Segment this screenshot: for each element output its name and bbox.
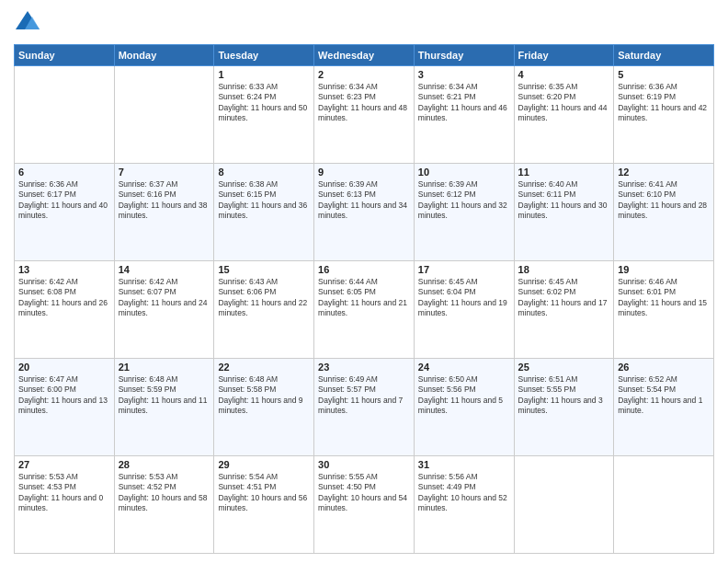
day-number: 30 xyxy=(318,459,410,470)
day-info: Sunrise: 6:42 AMSunset: 6:08 PMDaylight:… xyxy=(18,277,110,319)
header xyxy=(14,9,714,37)
day-info: Sunrise: 6:52 AMSunset: 5:54 PMDaylight:… xyxy=(618,374,710,417)
calendar-cell: 29Sunrise: 5:54 AMSunset: 4:51 PMDayligh… xyxy=(214,456,314,554)
day-number: 26 xyxy=(618,362,710,373)
day-number: 3 xyxy=(418,69,510,80)
weekday-header-saturday: Saturday xyxy=(614,45,714,66)
day-number: 27 xyxy=(18,459,110,470)
weekday-header-monday: Monday xyxy=(114,45,214,66)
day-info: Sunrise: 6:39 AMSunset: 6:12 PMDaylight:… xyxy=(418,179,510,222)
day-info: Sunrise: 6:49 AMSunset: 5:57 PMDaylight:… xyxy=(318,374,410,417)
day-number: 31 xyxy=(418,459,510,470)
calendar-cell: 7Sunrise: 6:37 AMSunset: 6:16 PMDaylight… xyxy=(114,164,214,261)
day-info: Sunrise: 6:42 AMSunset: 6:07 PMDaylight:… xyxy=(119,277,210,319)
calendar-cell: 5Sunrise: 6:36 AMSunset: 6:19 PMDaylight… xyxy=(614,66,714,164)
page: SundayMondayTuesdayWednesdayThursdayFrid… xyxy=(0,0,728,563)
calendar-cell xyxy=(15,66,115,164)
logo xyxy=(14,9,45,37)
day-info: Sunrise: 5:53 AMSunset: 4:52 PMDaylight:… xyxy=(119,472,210,514)
day-info: Sunrise: 6:44 AMSunset: 6:05 PMDaylight:… xyxy=(318,277,410,319)
calendar-cell: 21Sunrise: 6:48 AMSunset: 5:59 PMDayligh… xyxy=(114,359,214,456)
week-row-3: 13Sunrise: 6:42 AMSunset: 6:08 PMDayligh… xyxy=(15,261,714,359)
day-number: 11 xyxy=(518,167,610,178)
week-row-2: 6Sunrise: 6:36 AMSunset: 6:17 PMDaylight… xyxy=(15,164,714,261)
day-number: 8 xyxy=(218,167,310,178)
day-info: Sunrise: 5:54 AMSunset: 4:51 PMDaylight:… xyxy=(218,472,310,514)
calendar-cell: 17Sunrise: 6:45 AMSunset: 6:04 PMDayligh… xyxy=(414,261,514,359)
calendar-cell: 15Sunrise: 6:43 AMSunset: 6:06 PMDayligh… xyxy=(214,261,314,359)
day-info: Sunrise: 6:36 AMSunset: 6:19 PMDaylight:… xyxy=(618,82,710,124)
day-info: Sunrise: 6:35 AMSunset: 6:20 PMDaylight:… xyxy=(518,82,610,124)
calendar-cell: 24Sunrise: 6:50 AMSunset: 5:56 PMDayligh… xyxy=(414,359,514,456)
day-info: Sunrise: 6:46 AMSunset: 6:01 PMDaylight:… xyxy=(618,277,710,319)
day-info: Sunrise: 6:51 AMSunset: 5:55 PMDaylight:… xyxy=(518,374,610,417)
calendar-cell: 3Sunrise: 6:34 AMSunset: 6:21 PMDaylight… xyxy=(414,66,514,164)
day-number: 7 xyxy=(119,167,210,178)
day-number: 13 xyxy=(18,264,110,275)
calendar-cell: 9Sunrise: 6:39 AMSunset: 6:13 PMDaylight… xyxy=(314,164,415,261)
day-info: Sunrise: 6:45 AMSunset: 6:02 PMDaylight:… xyxy=(518,277,610,319)
day-number: 16 xyxy=(318,264,410,275)
weekday-header-wednesday: Wednesday xyxy=(314,45,415,66)
calendar-cell: 1Sunrise: 6:33 AMSunset: 6:24 PMDaylight… xyxy=(214,66,314,164)
day-info: Sunrise: 6:33 AMSunset: 6:24 PMDaylight:… xyxy=(218,82,310,124)
calendar-cell: 16Sunrise: 6:44 AMSunset: 6:05 PMDayligh… xyxy=(314,261,415,359)
day-number: 25 xyxy=(518,362,610,373)
day-info: Sunrise: 6:47 AMSunset: 6:00 PMDaylight:… xyxy=(18,374,110,417)
week-row-1: 1Sunrise: 6:33 AMSunset: 6:24 PMDaylight… xyxy=(15,66,714,164)
day-number: 20 xyxy=(18,362,110,373)
day-number: 19 xyxy=(618,264,710,275)
calendar-cell: 31Sunrise: 5:56 AMSunset: 4:49 PMDayligh… xyxy=(414,456,514,554)
day-number: 28 xyxy=(119,459,210,470)
calendar-cell xyxy=(614,456,714,554)
day-number: 2 xyxy=(318,69,410,80)
day-number: 15 xyxy=(218,264,310,275)
day-info: Sunrise: 5:55 AMSunset: 4:50 PMDaylight:… xyxy=(318,472,410,514)
day-info: Sunrise: 6:43 AMSunset: 6:06 PMDaylight:… xyxy=(218,277,310,319)
calendar-cell: 18Sunrise: 6:45 AMSunset: 6:02 PMDayligh… xyxy=(514,261,614,359)
day-info: Sunrise: 5:56 AMSunset: 4:49 PMDaylight:… xyxy=(418,472,510,514)
calendar-cell: 4Sunrise: 6:35 AMSunset: 6:20 PMDaylight… xyxy=(514,66,614,164)
day-number: 29 xyxy=(218,459,310,470)
calendar-cell: 20Sunrise: 6:47 AMSunset: 6:00 PMDayligh… xyxy=(15,359,115,456)
day-number: 5 xyxy=(618,69,710,80)
day-info: Sunrise: 6:38 AMSunset: 6:15 PMDaylight:… xyxy=(218,179,310,222)
calendar-cell: 11Sunrise: 6:40 AMSunset: 6:11 PMDayligh… xyxy=(514,164,614,261)
calendar-cell xyxy=(114,66,214,164)
day-number: 18 xyxy=(518,264,610,275)
calendar-cell: 6Sunrise: 6:36 AMSunset: 6:17 PMDaylight… xyxy=(15,164,115,261)
calendar-cell: 23Sunrise: 6:49 AMSunset: 5:57 PMDayligh… xyxy=(314,359,415,456)
weekday-header-tuesday: Tuesday xyxy=(214,45,314,66)
calendar-cell: 12Sunrise: 6:41 AMSunset: 6:10 PMDayligh… xyxy=(614,164,714,261)
day-number: 17 xyxy=(418,264,510,275)
day-number: 24 xyxy=(418,362,510,373)
day-number: 14 xyxy=(119,264,210,275)
week-row-4: 20Sunrise: 6:47 AMSunset: 6:00 PMDayligh… xyxy=(15,359,714,456)
calendar-cell: 10Sunrise: 6:39 AMSunset: 6:12 PMDayligh… xyxy=(414,164,514,261)
weekday-header-sunday: Sunday xyxy=(15,45,115,66)
calendar-cell: 26Sunrise: 6:52 AMSunset: 5:54 PMDayligh… xyxy=(614,359,714,456)
day-info: Sunrise: 6:41 AMSunset: 6:10 PMDaylight:… xyxy=(618,179,710,222)
day-info: Sunrise: 6:50 AMSunset: 5:56 PMDaylight:… xyxy=(418,374,510,417)
calendar-cell: 13Sunrise: 6:42 AMSunset: 6:08 PMDayligh… xyxy=(15,261,115,359)
day-info: Sunrise: 6:36 AMSunset: 6:17 PMDaylight:… xyxy=(18,179,110,222)
day-info: Sunrise: 6:40 AMSunset: 6:11 PMDaylight:… xyxy=(518,179,610,222)
logo-icon xyxy=(14,9,41,37)
day-number: 9 xyxy=(318,167,410,178)
day-number: 6 xyxy=(18,167,110,178)
day-number: 1 xyxy=(218,69,310,80)
weekday-header-friday: Friday xyxy=(514,45,614,66)
calendar-cell: 22Sunrise: 6:48 AMSunset: 5:58 PMDayligh… xyxy=(214,359,314,456)
calendar-cell: 27Sunrise: 5:53 AMSunset: 4:53 PMDayligh… xyxy=(15,456,115,554)
day-info: Sunrise: 6:34 AMSunset: 6:21 PMDaylight:… xyxy=(418,82,510,124)
calendar-cell: 28Sunrise: 5:53 AMSunset: 4:52 PMDayligh… xyxy=(114,456,214,554)
calendar-cell: 8Sunrise: 6:38 AMSunset: 6:15 PMDaylight… xyxy=(214,164,314,261)
calendar-cell: 14Sunrise: 6:42 AMSunset: 6:07 PMDayligh… xyxy=(114,261,214,359)
calendar-cell xyxy=(514,456,614,554)
day-number: 4 xyxy=(518,69,610,80)
day-number: 21 xyxy=(119,362,210,373)
day-info: Sunrise: 6:39 AMSunset: 6:13 PMDaylight:… xyxy=(318,179,410,222)
calendar-cell: 2Sunrise: 6:34 AMSunset: 6:23 PMDaylight… xyxy=(314,66,415,164)
calendar-cell: 30Sunrise: 5:55 AMSunset: 4:50 PMDayligh… xyxy=(314,456,415,554)
weekday-header-thursday: Thursday xyxy=(414,45,514,66)
